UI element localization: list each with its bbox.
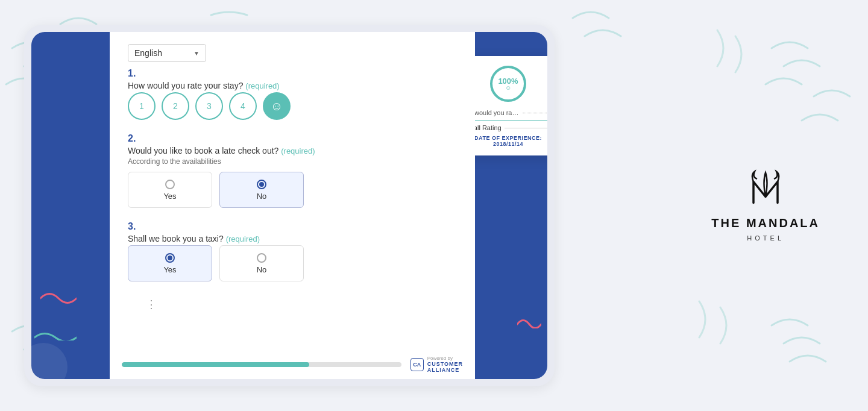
q2-no-radio bbox=[257, 180, 266, 189]
star-4[interactable]: 4 bbox=[229, 92, 257, 120]
customer-alliance-icon: CA bbox=[410, 358, 424, 371]
question-2-options: Yes No bbox=[128, 172, 457, 208]
star-5[interactable]: ☺ bbox=[263, 92, 291, 120]
question-3-required: (required) bbox=[226, 234, 260, 243]
q2-option-no[interactable]: No bbox=[219, 172, 304, 208]
mandala-logo-icon bbox=[741, 170, 790, 212]
review-percent-text: 100% ☺ bbox=[489, 64, 527, 103]
language-selector-row: English ▼ bbox=[110, 32, 475, 68]
sidebar-right: 100% ☺ How would you rate yo... 5 Overal… bbox=[475, 32, 547, 379]
question-1-text: How would you rate your stay? (required) bbox=[128, 81, 457, 90]
review-overall-dots bbox=[505, 128, 547, 128]
q2-no-label: No bbox=[257, 192, 267, 201]
question-2-text: Would you like to book a late check out?… bbox=[128, 146, 457, 155]
progress-area: CA Powered by CUSTOMER ALLIANCE bbox=[110, 350, 475, 379]
review-rating-label: How would you rate yo... bbox=[475, 109, 520, 116]
q3-no-radio bbox=[257, 253, 266, 263]
star-2[interactable]: 2 bbox=[162, 92, 189, 120]
customer-alliance-name: CUSTOMER ALLIANCE bbox=[427, 361, 463, 373]
hotel-subtitle: HOTEL bbox=[747, 234, 784, 242]
survey-card: English ▼ 1. How would you rate your sta… bbox=[24, 25, 555, 386]
star-rating: 1 2 3 4 ☺ bbox=[128, 92, 457, 120]
review-rating-dots bbox=[523, 113, 547, 113]
powered-by-text: Powered by CUSTOMER ALLIANCE bbox=[427, 356, 463, 373]
review-divider bbox=[475, 120, 547, 121]
q3-yes-label: Yes bbox=[163, 265, 176, 274]
question-3-options: Yes No bbox=[128, 245, 457, 281]
star-1[interactable]: 1 bbox=[128, 92, 156, 120]
question-2-sub: According to the availabilities bbox=[128, 157, 457, 166]
review-card: 100% ☺ How would you rate yo... 5 Overal… bbox=[475, 56, 547, 155]
question-3: 3. Shall we book you a taxi? (required) … bbox=[128, 221, 457, 281]
chevron-down-icon: ▼ bbox=[193, 50, 200, 57]
q3-no-label: No bbox=[257, 265, 267, 274]
question-2-required: (required) bbox=[281, 146, 315, 155]
language-selected-text: English bbox=[134, 48, 162, 58]
review-overall-label: Overall Rating bbox=[475, 124, 502, 131]
language-selector[interactable]: English ▼ bbox=[128, 44, 206, 62]
question-2-number: 2. bbox=[128, 133, 457, 144]
progress-bar-background bbox=[122, 362, 401, 367]
powered-by-label: Powered by bbox=[427, 356, 463, 361]
questions-area: 1. How would you rate your stay? (requir… bbox=[110, 68, 475, 350]
question-1-required: (required) bbox=[245, 81, 279, 90]
q3-option-no[interactable]: No bbox=[219, 245, 304, 281]
q2-option-yes[interactable]: Yes bbox=[128, 172, 212, 208]
hotel-name: THE MANDALA bbox=[711, 216, 820, 230]
question-2: 2. Would you like to book a late check o… bbox=[128, 133, 457, 208]
q2-yes-label: Yes bbox=[163, 192, 176, 201]
survey-inner: English ▼ 1. How would you rate your sta… bbox=[31, 32, 547, 379]
powered-by: CA Powered by CUSTOMER ALLIANCE bbox=[410, 356, 463, 373]
question-1: 1. How would you rate your stay? (requir… bbox=[128, 68, 457, 120]
more-dots: ⋮ bbox=[128, 295, 457, 314]
review-rating-row: How would you rate yo... 5 bbox=[475, 109, 547, 116]
hotel-logo-section: THE MANDALA HOTEL bbox=[711, 170, 820, 242]
smiley-icon: ☺ bbox=[505, 85, 511, 91]
q3-option-yes[interactable]: Yes bbox=[128, 245, 212, 281]
review-percent-circle: 100% ☺ bbox=[489, 64, 527, 103]
question-3-text: Shall we book you a taxi? (required) bbox=[128, 234, 457, 243]
progress-bar-fill bbox=[122, 362, 309, 367]
main-page: English ▼ 1. How would you rate your sta… bbox=[0, 0, 868, 411]
star-3[interactable]: 3 bbox=[195, 92, 223, 120]
survey-main-content: English ▼ 1. How would you rate your sta… bbox=[110, 32, 475, 379]
q2-yes-radio bbox=[165, 180, 175, 189]
sidebar-left bbox=[31, 32, 110, 379]
review-date: DATE OF EXPERIENCE: 2018/11/14 bbox=[475, 135, 547, 147]
review-overall-row: Overall Rating 5 bbox=[475, 124, 547, 131]
question-1-number: 1. bbox=[128, 68, 457, 79]
q3-yes-radio bbox=[165, 253, 175, 263]
question-3-number: 3. bbox=[128, 221, 457, 232]
